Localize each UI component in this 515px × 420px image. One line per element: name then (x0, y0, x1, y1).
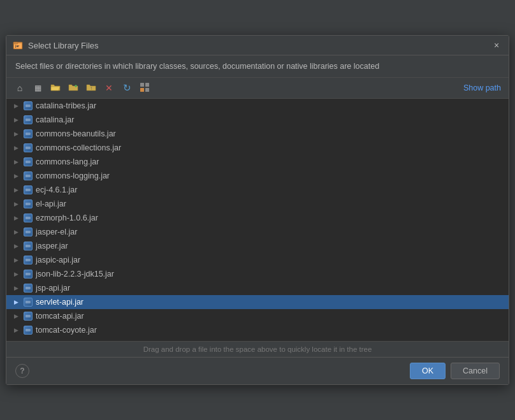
tree-item[interactable]: ▶el-api.jar (6, 197, 509, 211)
jar-icon (23, 115, 33, 125)
tree-item[interactable]: ▶ezmorph-1.0.6.jar (6, 211, 509, 225)
tree-item[interactable]: ▶catalina-tribes.jar (6, 99, 509, 113)
expand-arrow: ▶ (11, 299, 20, 305)
select-library-dialog: jar Select Library Files × Select files … (6, 35, 509, 385)
dialog-title: Select Library Files (28, 41, 486, 50)
tree-item[interactable]: ▶jasper.jar (6, 239, 509, 253)
tree-item[interactable]: ▶tomcat-api.jar (6, 309, 509, 323)
item-label: jaspic-api.jar (36, 256, 80, 264)
item-label: ecj-4.6.1.jar (36, 185, 77, 194)
expand-arrow: ▶ (11, 145, 20, 151)
grid-button[interactable]: ▦ (29, 80, 46, 96)
expand-arrow: ▶ (11, 201, 20, 207)
tree-item[interactable]: ▶jasper-el.jar (6, 225, 509, 239)
tree-item[interactable]: ▶json-lib-2.2.3-jdk15.jar (6, 267, 509, 281)
item-label: commons-collections.jar (36, 143, 121, 152)
help-button[interactable]: ? (15, 364, 29, 378)
open-folder-icon (50, 83, 61, 94)
jar-icon (23, 241, 33, 251)
tree-item[interactable]: ▶jsp-api.jar (6, 281, 509, 295)
item-label: jsp-api.jar (36, 284, 70, 293)
drag-hint: Drag and drop a file into the space abov… (6, 341, 509, 357)
home-button[interactable] (11, 80, 28, 96)
expand-arrow: ▶ (11, 229, 20, 235)
expand-arrow: ▶ (11, 187, 20, 193)
tree-item[interactable]: ▶tomcat-coyote.jar (6, 323, 509, 337)
tree-item[interactable]: ▶commons-collections.jar (6, 141, 509, 155)
refresh-button[interactable]: ↻ (119, 80, 135, 96)
title-bar: jar Select Library Files × (6, 36, 509, 55)
bottom-bar: ? OK Cancel (6, 357, 509, 384)
jar-icon (23, 255, 33, 265)
jar-icon (23, 325, 33, 335)
item-label: catalina.jar (36, 115, 74, 124)
expand-arrow: ▶ (11, 243, 20, 249)
jar-icon (23, 269, 33, 279)
toolbar: ▦ ↑ (6, 78, 509, 99)
cancel-button[interactable]: Cancel (451, 363, 500, 379)
jar-icon (23, 227, 33, 237)
delete-icon: ✕ (105, 83, 113, 93)
settings-button[interactable] (136, 80, 153, 96)
jar-icon (23, 199, 33, 209)
settings-icon (140, 83, 149, 94)
expand-arrow: ▶ (11, 313, 20, 319)
jar-icon (23, 283, 33, 293)
delete-button[interactable]: ✕ (101, 80, 117, 96)
jar-icon (23, 129, 33, 139)
svg-rect-7 (140, 83, 144, 87)
expand-arrow: ▶ (11, 103, 20, 109)
up-folder-button[interactable]: ↑ (83, 80, 99, 96)
item-label: commons-beanutils.jar (36, 129, 116, 138)
home-icon (17, 83, 22, 93)
tree-item[interactable]: ▶catalina.jar (6, 113, 509, 127)
jar-icon (23, 171, 33, 181)
item-label: catalina-tribes.jar (36, 101, 96, 110)
svg-text:↑: ↑ (90, 85, 92, 91)
up-folder-icon: ↑ (86, 83, 96, 94)
jar-icon (23, 157, 33, 167)
close-button[interactable]: × (491, 40, 502, 51)
expand-arrow: ▶ (11, 215, 20, 221)
action-buttons: OK Cancel (410, 363, 500, 379)
dialog-icon: jar (13, 40, 23, 50)
expand-arrow: ▶ (11, 131, 20, 137)
item-label: ezmorph-1.0.6.jar (36, 214, 98, 222)
item-label: tomcat-api.jar (36, 312, 84, 321)
tree-item[interactable]: ▶ecj-4.6.1.jar (6, 183, 509, 197)
file-tree: ▶catalina-tribes.jar▶catalina.jar▶common… (6, 99, 509, 341)
expand-arrow: ▶ (11, 159, 20, 165)
item-label: jasper.jar (36, 242, 68, 250)
tree-item[interactable]: ▶servlet-api.jar (6, 295, 509, 309)
tree-item[interactable]: ▶jaspic-api.jar (6, 253, 509, 267)
expand-arrow: ▶ (11, 285, 20, 291)
ok-button[interactable]: OK (410, 363, 446, 379)
tree-item[interactable]: ▶commons-lang.jar (6, 155, 509, 169)
svg-rect-9 (140, 88, 144, 92)
item-label: jasper-el.jar (36, 228, 77, 236)
expand-arrow: ▶ (11, 117, 20, 123)
open-folder-button[interactable] (47, 80, 64, 96)
expand-arrow: ▶ (11, 271, 20, 277)
refresh-icon: ↻ (123, 82, 131, 94)
item-label: json-lib-2.2.3-jdk15.jar (36, 270, 114, 279)
jar-icon (23, 185, 33, 195)
item-label: commons-lang.jar (36, 157, 99, 166)
jar-icon (23, 143, 33, 153)
expand-arrow: ▶ (11, 327, 20, 333)
tree-item[interactable]: ▶commons-beanutils.jar (6, 127, 509, 141)
jar-icon (23, 311, 33, 321)
item-label: servlet-api.jar (36, 298, 83, 307)
expand-arrow: ▶ (11, 257, 20, 263)
svg-rect-10 (145, 88, 149, 92)
jar-icon (23, 297, 33, 307)
new-folder-button[interactable] (65, 80, 82, 96)
expand-arrow: ▶ (11, 173, 20, 179)
item-label: commons-logging.jar (36, 171, 110, 180)
jar-icon (23, 101, 33, 111)
description-text: Select files or directories in which lib… (6, 55, 509, 78)
show-path-button[interactable]: Show path (461, 82, 504, 94)
jar-icon (23, 213, 33, 223)
item-label: tomcat-coyote.jar (36, 326, 97, 335)
tree-item[interactable]: ▶commons-logging.jar (6, 169, 509, 183)
